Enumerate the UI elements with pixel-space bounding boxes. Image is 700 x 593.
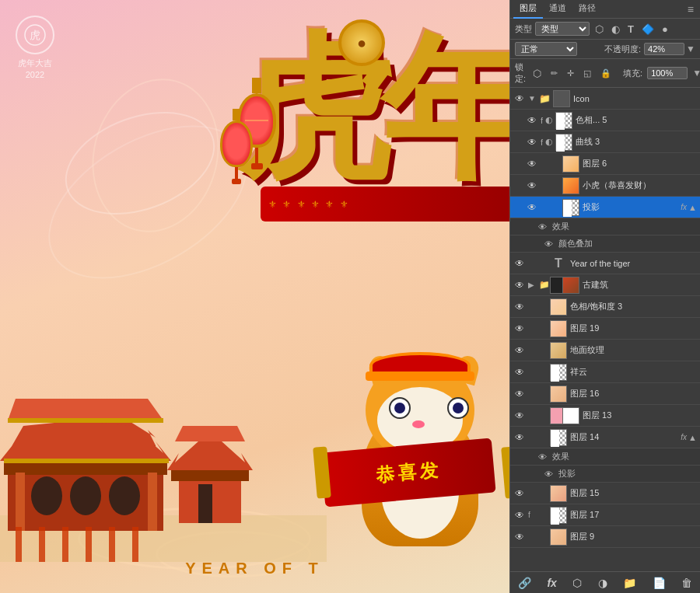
eye-icon-hue-sat3[interactable]: 👁 bbox=[513, 301, 526, 313]
link-layers-btn[interactable]: 🔗 bbox=[515, 575, 534, 591]
thumb-architecture-2 bbox=[562, 277, 579, 294]
layer-item-ground[interactable]: 👁 地面纹理 bbox=[510, 340, 700, 361]
layer-item-layer6[interactable]: 👁 图层 6 bbox=[510, 153, 700, 175]
layers-list[interactable]: 👁 ▼ 📁 Icon 👁 f ◐ 色相... 5 👁 f ◐ 曲线 3 bbox=[510, 88, 700, 571]
filter-adj-icon[interactable]: ◐ bbox=[609, 23, 622, 36]
tab-layers[interactable]: 图层 bbox=[513, 0, 543, 19]
opacity-chevron[interactable]: ▼ bbox=[686, 44, 695, 54]
eye-icon-architecture[interactable]: 👁 bbox=[513, 279, 526, 291]
expand-architecture[interactable]: ▶ bbox=[528, 281, 537, 289]
eye-icon-layer17[interactable]: 👁 bbox=[513, 509, 526, 521]
layer-name-layer16: 图层 16 bbox=[570, 388, 697, 399]
tab-channels[interactable]: 通道 bbox=[543, 0, 572, 19]
folder-architecture: 📁 bbox=[539, 280, 550, 290]
layer-item-layer9[interactable]: 👁 图层 9 bbox=[510, 526, 700, 548]
svg-text:虎: 虎 bbox=[30, 29, 40, 41]
blend-mode-select[interactable]: 正常 溶解 正片叠底 bbox=[515, 42, 577, 56]
layer-item-hue5[interactable]: 👁 f ◐ 色相... 5 bbox=[510, 110, 700, 131]
eye-icon-icon-group[interactable]: 👁 bbox=[513, 92, 526, 105]
effect-color-overlay[interactable]: 👁 颜色叠加 bbox=[510, 235, 700, 253]
eye-icon-curves3[interactable]: 👁 bbox=[526, 136, 538, 148]
layer-item-curves3[interactable]: 👁 f ◐ 曲线 3 bbox=[510, 131, 700, 153]
layer-item-layer13[interactable]: 👁 图层 13 bbox=[510, 405, 700, 427]
lock-position-icon[interactable]: ✛ bbox=[565, 68, 576, 79]
logo-text-line1: 虎年大吉 bbox=[16, 58, 54, 69]
eye-icon-year-text[interactable]: 👁 bbox=[513, 257, 526, 270]
fill-chevron[interactable]: ▼ bbox=[692, 68, 700, 78]
thumb-layer16 bbox=[550, 385, 567, 403]
eye-icon-layer13[interactable]: 👁 bbox=[513, 410, 526, 422]
opacity-label: 不透明度: bbox=[604, 44, 641, 55]
new-group-btn[interactable]: 📁 bbox=[620, 575, 639, 591]
fx-expand-shadow[interactable]: ▲ bbox=[688, 203, 697, 212]
lock-artboard-icon[interactable]: ◱ bbox=[581, 68, 593, 79]
filter-type-select[interactable]: 类型 名称 效果 bbox=[535, 22, 590, 36]
effect-drop-shadow-layer14[interactable]: 👁 投影 bbox=[510, 466, 700, 483]
eye-icon-layer9[interactable]: 👁 bbox=[513, 531, 526, 543]
layer-name-layer13: 图层 13 bbox=[583, 410, 697, 421]
logo-text-line2: 2022 bbox=[16, 69, 54, 81]
layer-item-clouds[interactable]: 👁 祥云 bbox=[510, 361, 700, 383]
filter-pixel-icon[interactable]: ⬡ bbox=[593, 23, 606, 36]
layer-item-year-text[interactable]: 👁 T Year of the tiger bbox=[510, 253, 700, 274]
tab-paths[interactable]: 路径 bbox=[572, 0, 602, 19]
layer-item-layer17[interactable]: 👁 f 图层 17 bbox=[510, 504, 700, 526]
lock-transparent-icon[interactable]: ⬡ bbox=[530, 67, 544, 80]
svg-rect-13 bbox=[148, 473, 157, 531]
layer-item-tiger[interactable]: 👁 小虎（恭喜发财） bbox=[510, 175, 700, 197]
eye-icon-shadow[interactable]: 👁 bbox=[526, 201, 538, 214]
thumb-shadow bbox=[562, 199, 579, 216]
thumb-layer9 bbox=[550, 528, 567, 546]
new-layer-btn[interactable]: 📄 bbox=[649, 575, 669, 591]
layer-item-shadow[interactable]: 👁 投影 fx ▲ bbox=[510, 197, 700, 218]
lock-all-icon[interactable]: 🔒 bbox=[598, 68, 614, 79]
layer-item-architecture[interactable]: 👁 ▶ 📁 古建筑 bbox=[510, 274, 700, 296]
lock-image-icon[interactable]: ✏ bbox=[548, 68, 560, 79]
layer-name-layer6: 图层 6 bbox=[583, 158, 697, 169]
layer-name-clouds: 祥云 bbox=[570, 366, 697, 378]
filter-shape-icon[interactable]: 🔷 bbox=[639, 23, 656, 36]
add-mask-btn[interactable]: ⬡ bbox=[569, 575, 585, 591]
filter-smart-icon[interactable]: ● bbox=[660, 23, 670, 36]
opacity-input[interactable] bbox=[644, 43, 684, 55]
eye-drop-shadow[interactable]: 👁 bbox=[544, 469, 555, 480]
effects-label: 效果 bbox=[552, 221, 569, 232]
fx-expand-layer14[interactable]: ▲ bbox=[688, 433, 697, 442]
svg-rect-24 bbox=[39, 527, 45, 562]
new-fill-adj-btn[interactable]: ◑ bbox=[595, 575, 611, 591]
svg-marker-20 bbox=[167, 441, 253, 470]
eye-icon-layer14[interactable]: 👁 bbox=[513, 431, 526, 444]
eye-effects-layer14[interactable]: 👁 bbox=[538, 452, 549, 462]
layer-item-layer19[interactable]: 👁 图层 19 bbox=[510, 318, 700, 340]
layer-item-layer16[interactable]: 👁 图层 16 bbox=[510, 383, 700, 405]
panel-menu-btn[interactable]: ≡ bbox=[684, 2, 697, 17]
expand-icon-group[interactable]: ▼ bbox=[528, 94, 537, 103]
layer-item-hue-sat3[interactable]: 👁 色相/饱和度 3 bbox=[510, 296, 700, 318]
eye-icon-layer15[interactable]: 👁 bbox=[513, 487, 526, 500]
eye-icon-layer16[interactable]: 👁 bbox=[513, 388, 526, 400]
layer-item-layer14[interactable]: 👁 图层 14 fx ▲ bbox=[510, 427, 700, 448]
lantern-2 bbox=[220, 109, 253, 184]
eye-icon-clouds[interactable]: 👁 bbox=[513, 366, 526, 378]
eye-icon-layer19[interactable]: 👁 bbox=[513, 323, 526, 335]
svg-rect-19 bbox=[171, 470, 249, 481]
layer-item-icon-group[interactable]: 👁 ▼ 📁 Icon bbox=[510, 88, 700, 110]
filter-text-icon[interactable]: T bbox=[625, 23, 636, 36]
eye-icon-hue5[interactable]: 👁 bbox=[526, 114, 538, 127]
svg-marker-14 bbox=[0, 420, 171, 461]
layer-name-layer9: 图层 9 bbox=[570, 531, 697, 542]
eye-icon-tiger[interactable]: 👁 bbox=[526, 180, 538, 192]
add-style-btn[interactable]: fx bbox=[544, 575, 559, 591]
bottom-year-text: YEAR OF T bbox=[185, 560, 324, 577]
delete-layer-btn[interactable]: 🗑 bbox=[678, 575, 695, 591]
layer-name-architecture: 古建筑 bbox=[583, 279, 697, 291]
eye-effects-header[interactable]: 👁 bbox=[538, 222, 549, 232]
eye-icon-layer6[interactable]: 👁 bbox=[526, 158, 538, 170]
eye-icon-ground[interactable]: 👁 bbox=[513, 344, 526, 357]
layer-item-layer15[interactable]: 👁 图层 15 bbox=[510, 483, 700, 504]
eye-color-overlay[interactable]: 👁 bbox=[544, 239, 555, 249]
fill-input[interactable] bbox=[647, 67, 688, 79]
svg-point-10 bbox=[70, 476, 101, 515]
effect-drop-shadow-label: 投影 bbox=[558, 468, 576, 480]
effects-label-layer14: 效果 bbox=[552, 451, 569, 462]
